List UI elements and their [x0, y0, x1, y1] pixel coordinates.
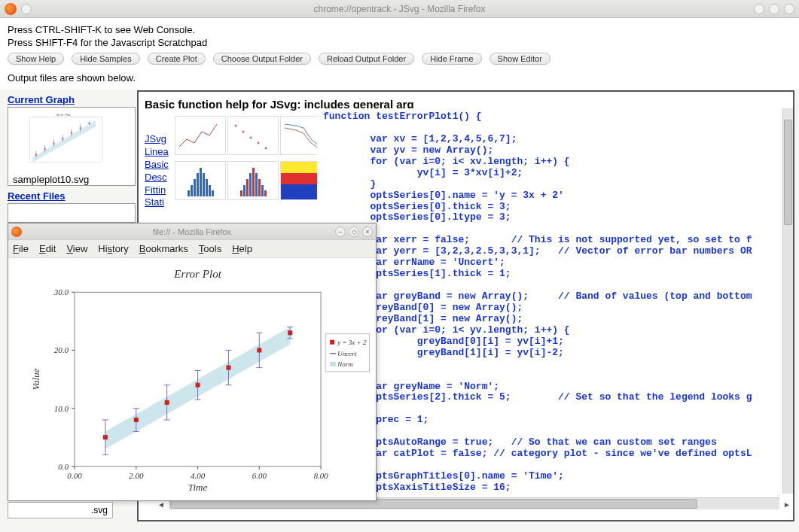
menu-edit[interactable]: Edit	[39, 243, 56, 254]
popup-maximize-icon[interactable]: ◇	[349, 226, 359, 237]
sample-thumb[interactable]	[175, 116, 226, 155]
svg-text:Time: Time	[188, 482, 208, 493]
menu-help[interactable]: Help	[232, 243, 252, 254]
error-plot-svg: Error Plot0.010.020.030.00.002.004.006.0…	[8, 258, 376, 500]
instruction-line-2: Press SHIFT-F4 for the Javascript Scratc…	[8, 37, 791, 50]
svg-point-21	[265, 147, 267, 150]
hide-frame-button[interactable]: Hide Frame	[422, 53, 481, 65]
svg-rect-48	[165, 400, 169, 405]
window-title: chrome://opentrack - JSvg - Mozilla Fire…	[313, 4, 485, 14]
svg-text:0.0: 0.0	[58, 462, 69, 471]
recent-files-box[interactable]	[8, 203, 136, 223]
link-fitting[interactable]: Fittin	[145, 184, 169, 197]
svg-text:20.0: 20.0	[54, 345, 69, 354]
popup-titlebar[interactable]: file:// - Mozilla Firefox – ◇ ×	[8, 223, 376, 240]
link-jsvg[interactable]: JSvg	[145, 133, 169, 146]
link-stat[interactable]: Stati	[145, 196, 169, 209]
scrollbar-thumb[interactable]	[784, 120, 792, 225]
svg-text:Uncert: Uncert	[337, 350, 357, 357]
show-editor-button[interactable]: Show Editor	[489, 53, 550, 65]
firefox-icon	[11, 226, 22, 237]
code-text[interactable]: function testErrorPlot1() { var xv = [1,…	[317, 108, 782, 494]
link-basic[interactable]: Basic	[145, 159, 169, 172]
svg-text:Error Plot: Error Plot	[56, 113, 71, 117]
output-message: Output files are shown below.	[8, 72, 791, 84]
recent-files-link[interactable]: Recent Files	[8, 190, 66, 202]
link-desc[interactable]: Desc	[145, 172, 169, 184]
close-icon[interactable]	[784, 4, 794, 14]
svg-text:2.00: 2.00	[129, 471, 144, 480]
menu-bookmarks[interactable]: Bookmarks	[139, 243, 188, 254]
thumbnail-caption: sampleplot10.svg	[13, 174, 130, 185]
doc-links: JSvg Linea Basic Desc Fittin Stati	[145, 133, 169, 209]
maximize-icon[interactable]	[769, 4, 779, 14]
code-panel: function testErrorPlot1() { var xv = [1,…	[317, 108, 782, 494]
scroll-right-icon[interactable]: ►	[781, 498, 793, 510]
firefox-icon	[5, 3, 17, 15]
svg-point-18	[242, 131, 245, 133]
menu-history[interactable]: History	[98, 243, 128, 254]
sample-thumbs-row2	[175, 161, 331, 200]
svg-text:4.00: 4.00	[191, 471, 206, 480]
filename-ext: .svg	[91, 505, 108, 515]
window-menu-icon[interactable]	[21, 4, 32, 14]
main-window-titlebar: chrome://opentrack - JSvg - Mozilla Fire…	[0, 0, 799, 18]
left-sidebar: Current Graph Error Plot sampleplot10.sv…	[8, 94, 136, 223]
show-help-button[interactable]: Show Help	[8, 53, 64, 65]
thumbnail-plot-icon: Error Plot	[13, 112, 130, 169]
svg-point-17	[235, 125, 237, 127]
svg-text:Norm: Norm	[337, 360, 353, 368]
sample-thumb[interactable]	[227, 161, 279, 200]
plot-area: Error Plot0.010.020.030.00.002.004.006.0…	[8, 258, 376, 500]
svg-rect-52	[288, 330, 292, 335]
hide-samples-button[interactable]: Hide Samples	[72, 53, 139, 65]
window-menu-icon[interactable]	[25, 227, 34, 236]
popup-menubar: File Edit View History Bookmarks Tools H…	[8, 240, 376, 258]
svg-text:y = 3x + 2: y = 3x + 2	[337, 339, 367, 346]
current-graph-link[interactable]: Current Graph	[8, 94, 75, 105]
menu-tools[interactable]: Tools	[199, 243, 221, 254]
filename-input[interactable]: .svg	[8, 502, 113, 518]
create-plot-button[interactable]: Create Plot	[148, 53, 206, 65]
instruction-line-1: Press CTRL-SHIFT-K to see Web Console.	[8, 24, 791, 37]
svg-rect-50	[226, 366, 230, 370]
svg-text:0.00: 0.00	[67, 471, 82, 480]
svg-rect-51	[257, 348, 261, 352]
svg-text:8.00: 8.00	[313, 471, 328, 480]
popup-title: file:// - Mozilla Firefox	[153, 227, 231, 236]
menu-view[interactable]: View	[66, 243, 87, 254]
link-linear[interactable]: Linea	[145, 146, 169, 159]
reload-output-button[interactable]: Reload Output Folder	[319, 53, 414, 65]
svg-text:30.0: 30.0	[53, 287, 69, 296]
svg-text:Error Plot: Error Plot	[173, 268, 222, 280]
page-body: Press CTRL-SHIFT-K to see Web Console. P…	[0, 18, 799, 90]
svg-rect-47	[134, 418, 139, 422]
sample-thumb[interactable]	[175, 161, 226, 200]
svg-point-20	[258, 142, 260, 144]
svg-rect-49	[196, 383, 200, 388]
popup-minimize-icon[interactable]: –	[335, 226, 346, 237]
svg-rect-46	[103, 435, 108, 439]
menu-file[interactable]: File	[13, 243, 29, 254]
svg-point-19	[250, 137, 252, 139]
vertical-scrollbar[interactable]	[782, 108, 793, 494]
minimize-icon[interactable]	[754, 4, 764, 14]
svg-text:10.0: 10.0	[54, 404, 69, 413]
svg-rect-74	[330, 340, 334, 345]
popup-close-icon[interactable]: ×	[362, 226, 373, 237]
svg-text:6.00: 6.00	[252, 471, 267, 480]
sample-thumbs-row1	[175, 116, 331, 155]
choose-output-button[interactable]: Choose Output Folder	[213, 53, 311, 65]
svg-text:Value: Value	[30, 368, 41, 390]
svg-rect-78	[330, 362, 336, 366]
sample-thumb[interactable]	[227, 116, 279, 155]
plot-popup-window: file:// - Mozilla Firefox – ◇ × File Edi…	[8, 223, 377, 501]
svg-marker-1	[33, 120, 96, 163]
toolbar: Show Help Hide Samples Create Plot Choos…	[8, 53, 791, 65]
current-graph-thumbnail[interactable]: Error Plot sampleplot10.svg	[8, 107, 136, 186]
